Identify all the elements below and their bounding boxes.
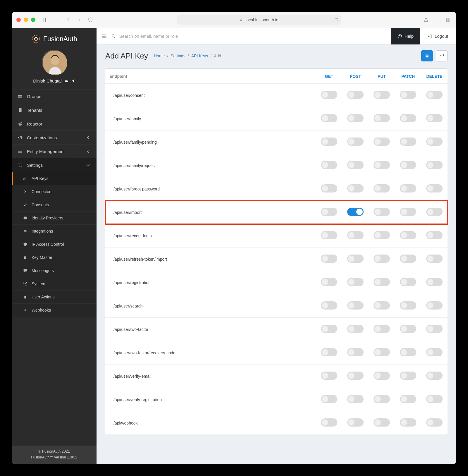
th-post[interactable]: POST xyxy=(342,69,369,84)
toggle-patch[interactable] xyxy=(400,278,416,286)
toggle-post[interactable] xyxy=(347,325,364,333)
new-tab-icon[interactable] xyxy=(433,16,441,23)
toggle-get[interactable] xyxy=(321,418,337,427)
toggle-get[interactable] xyxy=(321,184,337,193)
toggle-delete[interactable] xyxy=(426,301,443,310)
toggle-patch[interactable] xyxy=(400,114,416,122)
toggle-post[interactable] xyxy=(347,184,364,193)
toggle-put[interactable] xyxy=(374,278,390,286)
search-input[interactable] xyxy=(119,34,387,39)
toggle-patch[interactable] xyxy=(400,255,416,263)
toggle-post[interactable] xyxy=(347,114,364,122)
toggle-get[interactable] xyxy=(321,348,337,356)
nav-api-keys[interactable]: API Keys xyxy=(12,172,97,185)
toggle-delete[interactable] xyxy=(426,231,443,239)
toggle-delete[interactable] xyxy=(426,278,443,286)
toggle-delete[interactable] xyxy=(426,161,443,169)
toggle-patch[interactable] xyxy=(400,91,416,99)
toggle-get[interactable] xyxy=(321,231,337,239)
toggle-patch[interactable] xyxy=(400,231,416,239)
nav-user-actions[interactable]: User Actions xyxy=(12,290,97,303)
nav-messengers[interactable]: Messengers xyxy=(12,264,97,277)
nav-consents[interactable]: Consents xyxy=(12,198,97,211)
toggle-patch[interactable] xyxy=(400,348,416,356)
toggle-post[interactable] xyxy=(347,91,364,99)
toggle-delete[interactable] xyxy=(426,114,443,122)
toggle-get[interactable] xyxy=(321,138,337,146)
back-icon[interactable] xyxy=(65,16,72,23)
toggle-put[interactable] xyxy=(374,255,390,263)
toggle-get[interactable] xyxy=(321,91,337,99)
toggle-put[interactable] xyxy=(374,325,390,333)
back-button[interactable] xyxy=(436,50,448,61)
toggle-get[interactable] xyxy=(321,161,337,169)
toggle-patch[interactable] xyxy=(400,372,416,380)
toggle-patch[interactable] xyxy=(400,138,416,146)
refresh-icon[interactable] xyxy=(334,18,338,22)
nav-groups[interactable]: Groups xyxy=(12,89,97,103)
toggle-put[interactable] xyxy=(374,208,390,216)
toggle-get[interactable] xyxy=(321,208,337,216)
locate-icon[interactable] xyxy=(71,79,75,83)
toggle-get[interactable] xyxy=(321,278,337,286)
toggle-put[interactable] xyxy=(374,372,390,380)
nav-webhooks[interactable]: Webhooks xyxy=(12,303,97,317)
toggle-delete[interactable] xyxy=(426,255,443,263)
toggle-patch[interactable] xyxy=(400,184,416,193)
toggle-put[interactable] xyxy=(374,418,390,427)
toggle-put[interactable] xyxy=(374,114,390,122)
toggle-post[interactable] xyxy=(347,278,364,286)
nav-entity[interactable]: Entity Management xyxy=(12,144,97,158)
toggle-post[interactable] xyxy=(347,348,364,356)
toggle-put[interactable] xyxy=(374,138,390,146)
nav-ipac[interactable]: IP Access Control xyxy=(12,238,97,251)
toggle-delete[interactable] xyxy=(426,372,443,380)
sidebar-icon[interactable] xyxy=(42,16,49,23)
th-patch[interactable]: PATCH xyxy=(395,69,421,84)
toggle-delete[interactable] xyxy=(426,395,443,403)
toggle-delete[interactable] xyxy=(426,91,443,99)
crumb-settings[interactable]: Settings xyxy=(171,54,185,58)
nav-settings[interactable]: Settings xyxy=(12,158,97,172)
toggle-post[interactable] xyxy=(347,418,364,427)
toggle-delete[interactable] xyxy=(426,325,443,333)
crumb-home[interactable]: Home xyxy=(154,54,165,58)
nav-idp[interactable]: Identity Providers xyxy=(12,211,97,224)
toggle-put[interactable] xyxy=(374,91,390,99)
toggle-post[interactable] xyxy=(347,138,364,146)
toggle-put[interactable] xyxy=(374,231,390,239)
nav-reactor[interactable]: Reactor xyxy=(12,117,97,130)
nav-integrations[interactable]: Integrations xyxy=(12,224,97,238)
toggle-get[interactable] xyxy=(321,325,337,333)
nav-customizations[interactable]: Customizations xyxy=(12,130,97,144)
toggle-patch[interactable] xyxy=(400,395,416,403)
toggle-get[interactable] xyxy=(321,301,337,310)
nav-connectors[interactable]: Connectors xyxy=(12,185,97,198)
forward-icon[interactable] xyxy=(76,16,83,23)
toggle-get[interactable] xyxy=(321,114,337,122)
th-delete[interactable]: DELETE xyxy=(421,69,448,84)
help-button[interactable]: Help xyxy=(391,28,420,44)
toggle-delete[interactable] xyxy=(426,138,443,146)
share-icon[interactable] xyxy=(422,16,429,23)
th-put[interactable]: PUT xyxy=(369,69,395,84)
toggle-delete[interactable] xyxy=(426,348,443,356)
toggle-post[interactable] xyxy=(347,231,364,239)
toggle-get[interactable] xyxy=(321,395,337,403)
toggle-patch[interactable] xyxy=(400,208,416,216)
id-card-icon[interactable] xyxy=(64,79,69,83)
toggle-put[interactable] xyxy=(374,184,390,193)
toggle-post[interactable] xyxy=(347,395,364,403)
toggle-put[interactable] xyxy=(374,348,390,356)
toggle-patch[interactable] xyxy=(400,161,416,169)
th-get[interactable]: GET xyxy=(316,69,342,84)
toggle-put[interactable] xyxy=(374,161,390,169)
collapse-icon[interactable] xyxy=(101,33,107,39)
window-controls[interactable] xyxy=(16,18,35,22)
toggle-post[interactable] xyxy=(347,161,364,169)
toggle-patch[interactable] xyxy=(400,418,416,427)
chevron-down-icon[interactable] xyxy=(54,16,61,23)
avatar[interactable] xyxy=(42,50,66,74)
toggle-delete[interactable] xyxy=(426,418,443,427)
toggle-put[interactable] xyxy=(374,395,390,403)
